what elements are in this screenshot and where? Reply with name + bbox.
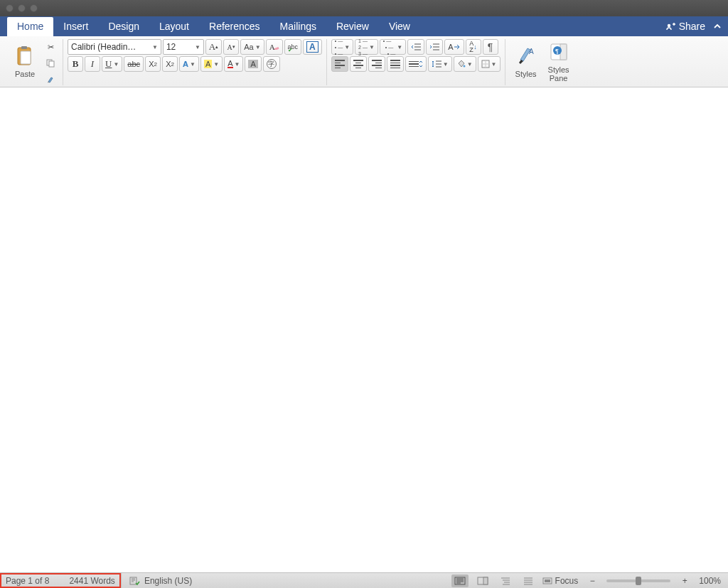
- zoom-slider[interactable]: [606, 579, 670, 582]
- phonetic-guide-button[interactable]: abc: [284, 39, 302, 55]
- character-shading-button[interactable]: A: [245, 56, 261, 72]
- paste-icon: [14, 44, 36, 68]
- focus-label: Focus: [555, 576, 579, 586]
- zoom-out-button[interactable]: −: [584, 574, 601, 587]
- svg-rect-19: [545, 579, 550, 582]
- italic-button[interactable]: I: [85, 56, 100, 72]
- numbering-button[interactable]: ———▼: [355, 39, 378, 55]
- styles-pane-button[interactable]: ¶ Styles Pane: [542, 39, 575, 83]
- ribbon: Paste ✂ Calibri (Headin…▼ 12▼ A▴ A▾ Aa▼ …: [0, 36, 728, 87]
- svg-rect-5: [49, 61, 54, 67]
- focus-mode-button[interactable]: Focus: [542, 574, 579, 587]
- styles-pane-label: Styles Pane: [548, 65, 569, 82]
- text-effects-button[interactable]: A▼: [179, 56, 199, 72]
- scissors-icon: ✂: [48, 43, 54, 52]
- show-hide-button[interactable]: ¶: [483, 39, 498, 55]
- svg-text:A: A: [529, 48, 534, 55]
- language-indicator[interactable]: English (US): [144, 576, 192, 586]
- spellcheck-icon[interactable]: [129, 576, 140, 586]
- svg-rect-17: [483, 577, 488, 584]
- group-clipboard: Paste ✂: [4, 39, 63, 85]
- enclose-characters-button[interactable]: 字: [263, 56, 280, 72]
- text-direction-button[interactable]: A: [444, 39, 464, 55]
- format-painter-button[interactable]: [43, 72, 58, 87]
- distributed-button[interactable]: [405, 56, 427, 72]
- paste-button[interactable]: Paste: [9, 39, 41, 83]
- align-right-button[interactable]: [368, 56, 385, 72]
- sort-button[interactable]: AZ↓: [466, 39, 481, 55]
- group-font: Calibri (Headin…▼ 12▼ A▴ A▾ Aa▼ A abc A …: [63, 39, 327, 85]
- tab-view[interactable]: View: [379, 17, 420, 36]
- group-styles: A Styles ¶ Styles Pane: [505, 39, 579, 85]
- change-case-button[interactable]: Aa▼: [240, 39, 264, 55]
- styles-button[interactable]: A Styles: [510, 39, 542, 83]
- line-spacing-button[interactable]: ▼: [428, 56, 452, 72]
- increase-indent-button[interactable]: [426, 39, 443, 55]
- draft-view-button[interactable]: [520, 574, 537, 587]
- document-area[interactable]: [0, 87, 728, 572]
- svg-point-7: [463, 65, 465, 68]
- zoom-level[interactable]: 100%: [699, 576, 721, 586]
- tab-mailings[interactable]: Mailings: [270, 17, 326, 36]
- print-layout-view-button[interactable]: [451, 574, 469, 587]
- grow-font-button[interactable]: A▴: [205, 39, 222, 55]
- align-center-button[interactable]: [350, 56, 367, 72]
- brush-icon: [46, 75, 55, 84]
- superscript-button[interactable]: X2: [162, 56, 178, 72]
- web-layout-view-button[interactable]: [474, 574, 491, 587]
- window-titlebar: [0, 0, 728, 16]
- minimize-window-button[interactable]: [18, 4, 26, 12]
- bold-button[interactable]: B: [68, 56, 83, 72]
- decrease-indent-button[interactable]: [407, 39, 424, 55]
- multilevel-list-button[interactable]: ———▼: [380, 39, 406, 55]
- tab-insert[interactable]: Insert: [53, 17, 98, 36]
- font-name-select[interactable]: Calibri (Headin…▼: [68, 39, 161, 55]
- tab-review[interactable]: Review: [326, 17, 379, 36]
- tab-design[interactable]: Design: [98, 17, 149, 36]
- close-window-button[interactable]: [6, 4, 14, 12]
- clear-formatting-button[interactable]: A: [266, 39, 283, 55]
- paste-label: Paste: [15, 70, 35, 78]
- word-count[interactable]: 2441 Words: [69, 576, 114, 586]
- svg-point-0: [667, 24, 670, 27]
- character-border-button[interactable]: A: [303, 39, 322, 55]
- align-left-button[interactable]: [331, 56, 348, 72]
- highlight-button[interactable]: A▼: [200, 56, 223, 72]
- shrink-font-button[interactable]: A▾: [223, 39, 239, 55]
- bullets-button[interactable]: ———▼: [331, 39, 353, 55]
- borders-button[interactable]: ▼: [478, 56, 500, 72]
- font-color-button[interactable]: A▼: [224, 56, 243, 72]
- group-paragraph: ———▼ ———▼ ———▼ A AZ↓ ¶ ▼ ▼ ▼: [327, 39, 505, 85]
- page-indicator[interactable]: Page 1 of 8: [6, 576, 49, 586]
- svg-text:¶: ¶: [555, 48, 559, 55]
- share-label: Share: [679, 21, 705, 32]
- subscript-button[interactable]: X2: [145, 56, 161, 72]
- underline-button[interactable]: U▼: [102, 56, 122, 72]
- copy-button[interactable]: [43, 55, 58, 71]
- collapse-ribbon-button[interactable]: [712, 21, 722, 31]
- font-size-select[interactable]: 12▼: [163, 39, 204, 55]
- zoom-in-button[interactable]: +: [676, 574, 693, 587]
- styles-icon: A: [515, 44, 537, 68]
- justify-button[interactable]: [387, 56, 404, 72]
- share-icon: [666, 22, 676, 31]
- tab-references[interactable]: References: [199, 17, 270, 36]
- tab-layout[interactable]: Layout: [149, 17, 199, 36]
- share-button[interactable]: Share: [666, 21, 705, 32]
- status-highlight: Page 1 of 8 2441 Words: [0, 573, 121, 588]
- styles-label: Styles: [515, 70, 537, 78]
- styles-pane-icon: ¶: [548, 40, 569, 64]
- copy-icon: [46, 59, 55, 68]
- shading-button[interactable]: ▼: [454, 56, 476, 72]
- cut-button[interactable]: ✂: [43, 39, 58, 55]
- strikethrough-button[interactable]: abc: [124, 56, 144, 72]
- zoom-thumb[interactable]: [636, 577, 641, 585]
- status-bar: Page 1 of 8 2441 Words English (US) Focu…: [0, 572, 728, 588]
- focus-icon: [542, 577, 552, 585]
- svg-rect-2: [21, 46, 27, 49]
- zoom-window-button[interactable]: [30, 4, 38, 12]
- ribbon-tabs-bar: Home Insert Design Layout References Mai…: [0, 16, 728, 36]
- svg-rect-3: [21, 51, 31, 64]
- outline-view-button[interactable]: [497, 574, 514, 587]
- tab-home[interactable]: Home: [7, 17, 53, 36]
